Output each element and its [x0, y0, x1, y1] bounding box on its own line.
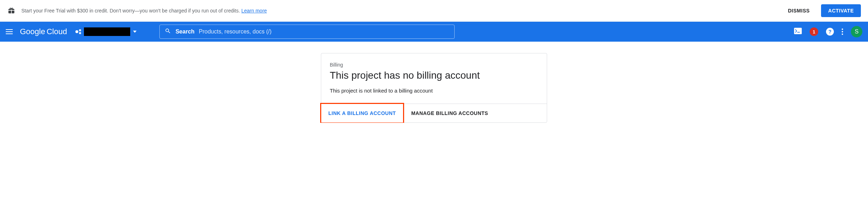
gift-icon	[7, 6, 16, 15]
promo-message: Start your Free Trial with $300 in credi…	[21, 8, 242, 14]
project-selector[interactable]	[73, 26, 139, 37]
header-utilities: 1 ? S	[794, 26, 862, 37]
svg-rect-1	[797, 32, 800, 33]
avatar[interactable]: S	[851, 26, 862, 37]
promo-banner: Start your Free Trial with $300 in credi…	[0, 0, 868, 22]
manage-billing-accounts-button[interactable]: MANAGE BILLING ACCOUNTS	[404, 104, 495, 122]
link-billing-account-button[interactable]: LINK A BILLING ACCOUNT	[321, 104, 403, 122]
card-title: This project has no billing account	[330, 70, 538, 81]
activate-button[interactable]: ACTIVATE	[821, 4, 861, 17]
logo[interactable]: Google Cloud	[20, 27, 67, 36]
logo-google: Google	[20, 27, 45, 36]
learn-more-link[interactable]: Learn more	[242, 8, 267, 14]
card-actions: LINK A BILLING ACCOUNT MANAGE BILLING AC…	[321, 104, 547, 122]
dismiss-button[interactable]: DISMISS	[782, 5, 815, 16]
header: Google Cloud Search Products, resources,…	[0, 22, 868, 42]
svg-rect-0	[794, 28, 802, 34]
search-icon	[165, 28, 171, 36]
help-icon[interactable]: ?	[826, 28, 834, 36]
more-options-icon[interactable]	[842, 28, 843, 35]
billing-card: Billing This project has no billing acco…	[321, 53, 547, 123]
navigation-menu-button[interactable]	[6, 27, 14, 36]
search-bar[interactable]: Search Products, resources, docs (/)	[159, 25, 455, 39]
promo-text: Start your Free Trial with $300 in credi…	[21, 8, 777, 14]
card-label: Billing	[330, 62, 538, 68]
chevron-down-icon	[133, 31, 137, 33]
search-label: Search	[175, 28, 194, 35]
cloud-shell-icon[interactable]	[794, 28, 802, 36]
card-description: This project is not linked to a billing …	[330, 88, 538, 94]
main-content: Billing This project has no billing acco…	[0, 42, 868, 123]
project-icon	[75, 29, 81, 34]
notification-badge[interactable]: 1	[810, 27, 818, 36]
highlight-annotation: LINK A BILLING ACCOUNT	[320, 103, 404, 123]
logo-cloud: Cloud	[47, 27, 67, 36]
search-placeholder: Products, resources, docs (/)	[199, 28, 272, 35]
project-name-redacted	[84, 27, 130, 36]
